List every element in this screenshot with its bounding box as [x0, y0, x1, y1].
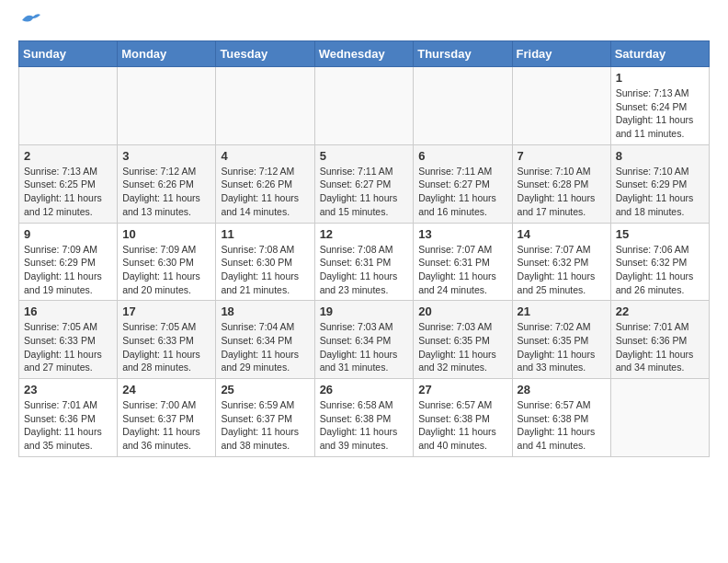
calendar-cell: 23Sunrise: 7:01 AMSunset: 6:36 PMDayligh… [19, 379, 118, 457]
weekday-header-saturday: Saturday [610, 41, 709, 67]
day-info: Sunrise: 6:57 AMSunset: 6:38 PMDaylight:… [518, 398, 606, 453]
day-info: Sunrise: 7:07 AMSunset: 6:32 PMDaylight:… [518, 243, 606, 297]
calendar-cell: 19Sunrise: 7:03 AMSunset: 6:34 PMDayligh… [314, 301, 414, 379]
calendar-cell [512, 67, 610, 145]
calendar-cell: 11Sunrise: 7:08 AMSunset: 6:30 PMDayligh… [216, 223, 314, 301]
day-number: 1 [616, 71, 704, 85]
day-number: 15 [616, 227, 704, 241]
calendar-cell: 3Sunrise: 7:12 AMSunset: 6:26 PMDaylight… [118, 144, 216, 223]
calendar-week-3: 9Sunrise: 7:09 AMSunset: 6:29 PMDaylight… [19, 223, 710, 301]
day-info: Sunrise: 7:12 AMSunset: 6:26 PMDaylight:… [221, 165, 309, 219]
day-info: Sunrise: 7:00 AMSunset: 6:37 PMDaylight:… [122, 398, 210, 453]
day-info: Sunrise: 7:05 AMSunset: 6:33 PMDaylight:… [24, 320, 112, 374]
day-info: Sunrise: 7:08 AMSunset: 6:30 PMDaylight:… [221, 243, 309, 297]
day-info: Sunrise: 7:02 AMSunset: 6:35 PMDaylight:… [518, 320, 606, 374]
day-number: 12 [320, 227, 409, 241]
calendar-cell: 7Sunrise: 7:10 AMSunset: 6:28 PMDaylight… [512, 144, 610, 223]
page-header [18, 18, 710, 26]
calendar-cell [19, 67, 118, 145]
day-number: 28 [518, 383, 606, 396]
day-number: 20 [418, 304, 506, 318]
day-number: 9 [24, 227, 112, 241]
day-number: 3 [122, 149, 210, 163]
calendar-cell: 25Sunrise: 6:59 AMSunset: 6:37 PMDayligh… [216, 379, 314, 457]
day-info: Sunrise: 7:13 AMSunset: 6:25 PMDaylight:… [24, 165, 112, 219]
calendar-cell: 10Sunrise: 7:09 AMSunset: 6:30 PMDayligh… [118, 223, 216, 301]
calendar-cell: 17Sunrise: 7:05 AMSunset: 6:33 PMDayligh… [118, 301, 216, 379]
weekday-header-wednesday: Wednesday [314, 41, 414, 67]
calendar-week-5: 23Sunrise: 7:01 AMSunset: 6:36 PMDayligh… [19, 379, 710, 457]
day-number: 10 [122, 227, 210, 241]
day-info: Sunrise: 7:11 AMSunset: 6:27 PMDaylight:… [320, 165, 409, 219]
day-info: Sunrise: 7:08 AMSunset: 6:31 PMDaylight:… [320, 243, 409, 297]
calendar-cell [414, 67, 512, 145]
day-number: 4 [221, 149, 309, 163]
calendar-cell: 22Sunrise: 7:01 AMSunset: 6:36 PMDayligh… [610, 301, 709, 379]
calendar-table: SundayMondayTuesdayWednesdayThursdayFrid… [18, 40, 710, 457]
logo-bird-icon [20, 11, 40, 26]
day-number: 17 [122, 304, 210, 318]
day-number: 2 [24, 149, 112, 163]
calendar-cell: 18Sunrise: 7:04 AMSunset: 6:34 PMDayligh… [216, 301, 314, 379]
calendar-cell: 15Sunrise: 7:06 AMSunset: 6:32 PMDayligh… [610, 223, 709, 301]
calendar-week-4: 16Sunrise: 7:05 AMSunset: 6:33 PMDayligh… [19, 301, 710, 379]
day-info: Sunrise: 7:07 AMSunset: 6:31 PMDaylight:… [418, 243, 506, 297]
weekday-header-tuesday: Tuesday [216, 41, 314, 67]
day-info: Sunrise: 7:12 AMSunset: 6:26 PMDaylight:… [122, 165, 210, 219]
calendar-week-2: 2Sunrise: 7:13 AMSunset: 6:25 PMDaylight… [19, 144, 710, 223]
day-number: 11 [221, 227, 309, 241]
calendar-header-row: SundayMondayTuesdayWednesdayThursdayFrid… [19, 41, 710, 67]
calendar-cell [118, 67, 216, 145]
day-number: 8 [616, 149, 704, 163]
calendar-cell: 2Sunrise: 7:13 AMSunset: 6:25 PMDaylight… [19, 144, 118, 223]
calendar-cell: 13Sunrise: 7:07 AMSunset: 6:31 PMDayligh… [414, 223, 512, 301]
day-info: Sunrise: 7:05 AMSunset: 6:33 PMDaylight:… [122, 320, 210, 374]
calendar-cell [216, 67, 314, 145]
calendar-cell: 5Sunrise: 7:11 AMSunset: 6:27 PMDaylight… [314, 144, 414, 223]
day-number: 18 [221, 304, 309, 318]
day-number: 5 [320, 149, 409, 163]
weekday-header-sunday: Sunday [19, 41, 118, 67]
calendar-cell: 14Sunrise: 7:07 AMSunset: 6:32 PMDayligh… [512, 223, 610, 301]
day-info: Sunrise: 6:59 AMSunset: 6:37 PMDaylight:… [221, 398, 309, 453]
calendar-cell: 9Sunrise: 7:09 AMSunset: 6:29 PMDaylight… [19, 223, 118, 301]
calendar-cell: 16Sunrise: 7:05 AMSunset: 6:33 PMDayligh… [19, 301, 118, 379]
day-number: 13 [418, 227, 506, 241]
day-info: Sunrise: 7:09 AMSunset: 6:29 PMDaylight:… [24, 243, 112, 297]
day-info: Sunrise: 7:03 AMSunset: 6:35 PMDaylight:… [418, 320, 506, 374]
day-number: 23 [24, 383, 112, 396]
day-number: 25 [221, 383, 309, 396]
day-info: Sunrise: 7:01 AMSunset: 6:36 PMDaylight:… [24, 398, 112, 453]
day-number: 7 [518, 149, 606, 163]
day-info: Sunrise: 7:03 AMSunset: 6:34 PMDaylight:… [320, 320, 409, 374]
day-info: Sunrise: 7:11 AMSunset: 6:27 PMDaylight:… [418, 165, 506, 219]
logo [18, 18, 40, 26]
calendar-cell: 8Sunrise: 7:10 AMSunset: 6:29 PMDaylight… [610, 144, 709, 223]
weekday-header-monday: Monday [118, 41, 216, 67]
calendar-cell: 12Sunrise: 7:08 AMSunset: 6:31 PMDayligh… [314, 223, 414, 301]
calendar-cell [314, 67, 414, 145]
day-info: Sunrise: 7:09 AMSunset: 6:30 PMDaylight:… [122, 243, 210, 297]
day-info: Sunrise: 7:10 AMSunset: 6:28 PMDaylight:… [518, 165, 606, 219]
day-info: Sunrise: 6:57 AMSunset: 6:38 PMDaylight:… [418, 398, 506, 453]
day-number: 6 [418, 149, 506, 163]
day-number: 14 [518, 227, 606, 241]
day-number: 21 [518, 304, 606, 318]
calendar-cell: 24Sunrise: 7:00 AMSunset: 6:37 PMDayligh… [118, 379, 216, 457]
day-info: Sunrise: 6:58 AMSunset: 6:38 PMDaylight:… [320, 398, 409, 453]
calendar-cell: 20Sunrise: 7:03 AMSunset: 6:35 PMDayligh… [414, 301, 512, 379]
calendar-cell: 4Sunrise: 7:12 AMSunset: 6:26 PMDaylight… [216, 144, 314, 223]
calendar-cell: 1Sunrise: 7:13 AMSunset: 6:24 PMDaylight… [610, 67, 709, 145]
weekday-header-friday: Friday [512, 41, 610, 67]
calendar-cell [610, 379, 709, 457]
day-number: 27 [418, 383, 506, 396]
day-info: Sunrise: 7:01 AMSunset: 6:36 PMDaylight:… [616, 320, 704, 374]
day-number: 16 [24, 304, 112, 318]
day-info: Sunrise: 7:13 AMSunset: 6:24 PMDaylight:… [616, 86, 704, 141]
calendar-cell: 26Sunrise: 6:58 AMSunset: 6:38 PMDayligh… [314, 379, 414, 457]
calendar-cell: 6Sunrise: 7:11 AMSunset: 6:27 PMDaylight… [414, 144, 512, 223]
calendar-cell: 21Sunrise: 7:02 AMSunset: 6:35 PMDayligh… [512, 301, 610, 379]
day-number: 22 [616, 304, 704, 318]
calendar-cell: 28Sunrise: 6:57 AMSunset: 6:38 PMDayligh… [512, 379, 610, 457]
day-number: 24 [122, 383, 210, 396]
